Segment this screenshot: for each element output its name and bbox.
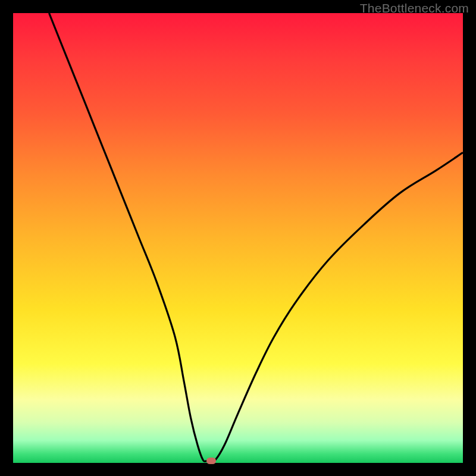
outer-frame: TheBottleneck.com <box>0 0 476 476</box>
curve-path <box>49 13 464 462</box>
optimal-point-marker <box>206 458 216 464</box>
bottleneck-curve <box>13 13 463 463</box>
chart-plot-area <box>13 13 463 463</box>
watermark-text: TheBottleneck.com <box>360 1 469 15</box>
